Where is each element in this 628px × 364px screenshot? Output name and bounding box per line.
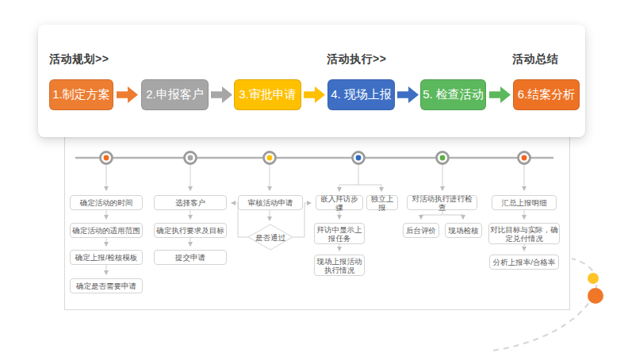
section-label-execution: 活动执行>> xyxy=(327,52,386,67)
flow-box: 确定执行要求及目标 xyxy=(154,223,227,238)
flow-box: 审核活动申请 xyxy=(238,195,303,210)
flow-box: 确定是否需要申请 xyxy=(70,278,143,293)
step-3-approve-request: 3.审批申请 xyxy=(234,79,301,110)
arc-dot-small xyxy=(588,273,599,284)
flow-box: 提交申请 xyxy=(154,250,227,265)
flow-box: 现场上报活动执行情况 xyxy=(314,255,365,276)
step-6-closing-analysis: 6.结案分析 xyxy=(513,79,580,110)
section-label-planning: 活动规划>> xyxy=(49,52,109,67)
arrow-right-icon xyxy=(211,86,232,103)
flow-box: 拜访中显示上报任务 xyxy=(314,223,365,244)
flow-box: 确定活动的时间 xyxy=(70,195,143,210)
flow-box: 汇总上报明细 xyxy=(492,195,557,210)
step-5-check-activity: 5. 检查活动 xyxy=(420,79,486,110)
flow-box: 嵌入拜访步骤 xyxy=(316,195,363,210)
activity-workflow-infographic: 确定活动的时间 确定活动的适用范围 确定上报/检核模板 确定是否需要申请 选择客… xyxy=(0,0,628,364)
flow-box: 对活动执行进行检查 xyxy=(407,195,477,210)
flow-box: 现场检核 xyxy=(445,223,482,238)
section-label-summary: 活动总结 xyxy=(512,52,558,67)
flow-box: 对比目标与实际，确定兑付情况 xyxy=(488,223,560,244)
arrow-right-icon xyxy=(489,86,511,103)
flow-box: 确定上报/检核模板 xyxy=(70,250,143,265)
arrow-right-icon xyxy=(117,86,138,103)
decorative-arc xyxy=(493,259,603,351)
step-1-make-plan: 1.制定方案 xyxy=(49,79,113,110)
step-4-onsite-report: 4. 现场上报 xyxy=(327,79,395,110)
flow-box: 选择客户 xyxy=(154,195,227,210)
decision-label: 是否通过 xyxy=(247,233,293,243)
step-2-declare-customer: 2.申报客户 xyxy=(141,79,209,110)
arrow-right-icon xyxy=(397,86,419,103)
flow-box: 后台评价 xyxy=(403,223,439,238)
flow-box: 独立上报 xyxy=(366,195,398,210)
arrow-right-icon xyxy=(304,86,325,103)
flow-box: 分析上报率/合格率 xyxy=(489,255,559,270)
process-header-card: 活动规划>> 活动执行>> 活动总结 1.制定方案 2.申报客户 3.审批申请 … xyxy=(38,25,585,137)
arc-dot-large xyxy=(588,288,603,304)
flow-box: 确定活动的适用范围 xyxy=(70,223,143,238)
